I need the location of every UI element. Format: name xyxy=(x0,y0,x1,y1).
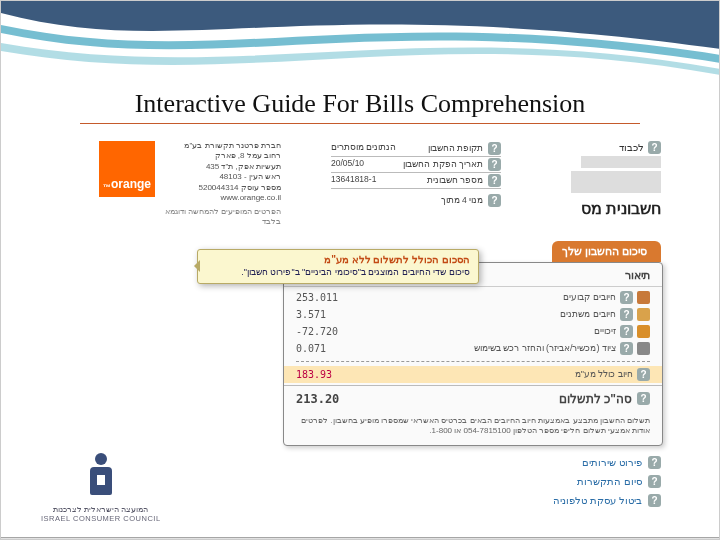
invoice-meta: תקופת החשבון הנתונים מוסתרים תאריך הפקת … xyxy=(331,141,501,208)
redacted-name xyxy=(581,156,661,168)
row-icon xyxy=(637,291,650,304)
row-icon xyxy=(637,342,650,355)
help-icon[interactable] xyxy=(488,174,501,187)
tooltip-title: הסכום הכולל לתשלום ללא מע"מ xyxy=(206,254,470,265)
total-amount: 213.20 xyxy=(296,392,339,406)
help-icon[interactable] xyxy=(637,392,650,405)
help-icon[interactable] xyxy=(648,494,661,507)
help-icon[interactable] xyxy=(620,342,633,355)
tab-account-summary[interactable]: סיכום החשבון שלך xyxy=(552,241,661,262)
consumer-council-logo: המועצה הישראלית לצרכנות ISRAEL CONSUMER … xyxy=(41,453,161,523)
row-icon xyxy=(637,325,650,338)
page-title: Interactive Guide For Bills Comprehensio… xyxy=(80,89,640,124)
tooltip-callout: הסכום הכולל לתשלום ללא מע"מ סיכום שדי הח… xyxy=(197,249,479,284)
help-icon[interactable] xyxy=(620,291,633,304)
company-tagline: הפרטים המופיעים להמחשה ודוגמא בלבד xyxy=(161,207,281,227)
row-amount: 183.93 xyxy=(296,369,366,380)
meta-value: 20/05/10 xyxy=(331,158,364,171)
row-amount: -72.720 xyxy=(296,326,366,337)
recipient-block: לכבוד חשבונית מס xyxy=(551,141,661,218)
table-row: זיכויים -72.720 xyxy=(284,323,662,340)
slide-footer-line xyxy=(1,537,719,539)
company-block: חברת פרטנר תקשורת בע"מ רחוב עמל 8, פארק … xyxy=(81,141,281,227)
meta-label: מנוי 4 מתוך xyxy=(441,195,483,206)
row-label: חיובים משתנים xyxy=(560,309,616,319)
table-row: חיובים משתנים 3.571 xyxy=(284,306,662,323)
footer-link[interactable]: פירוט שירותים xyxy=(582,457,642,468)
panel-footnote: תשלום החשבון מתבצע באמצעות חיוב החיובים … xyxy=(284,412,662,445)
meta-label: תאריך הפקת החשבון xyxy=(403,159,483,170)
footer-link[interactable]: ביטול עסקת טלפוניה xyxy=(553,495,642,506)
row-amount: 0.071 xyxy=(296,343,366,354)
row-label: חיובים קבועים xyxy=(563,292,616,302)
help-icon[interactable] xyxy=(648,456,661,469)
council-name-he: המועצה הישראלית לצרכנות xyxy=(41,505,161,514)
row-icon xyxy=(637,308,650,321)
table-row: חיובים קבועים 253.011 xyxy=(284,289,662,306)
table-row-subtotal: חיוב כולל מע"מ 183.93 xyxy=(284,366,662,383)
col-header-desc: תיאור xyxy=(625,269,650,282)
meta-value: 13641818-1 xyxy=(331,174,376,187)
row-amount: 253.011 xyxy=(296,292,366,303)
tooltip-body: סיכום שדי החיובים המוצגים ב"סיכומי הביני… xyxy=(206,267,470,277)
help-icon[interactable] xyxy=(637,368,650,381)
help-icon[interactable] xyxy=(488,158,501,171)
row-label: חיוב כולל מע"מ xyxy=(575,369,633,379)
meta-value: הנתונים מוסתרים xyxy=(331,142,396,155)
help-icon[interactable] xyxy=(620,308,633,321)
row-label: ציוד (מכשיר/אביזר) והחזר רכש בשימוש xyxy=(474,343,617,353)
slide-wave-decoration xyxy=(1,1,719,91)
council-name-en: ISRAEL CONSUMER COUNCIL xyxy=(41,514,161,523)
meta-label: תקופת החשבון xyxy=(428,143,483,154)
row-label: זיכויים xyxy=(594,326,616,336)
invoice-heading: חשבונית מס xyxy=(551,199,661,218)
orange-logo: orange™ xyxy=(99,141,155,197)
redacted-address xyxy=(571,171,661,193)
footer-link[interactable]: סיום התקשרות xyxy=(577,476,642,487)
help-icon[interactable] xyxy=(488,194,501,207)
total-label: סה"כ לתשלום xyxy=(559,392,632,406)
summary-panel: תיאור סכום חיובים קבועים 253.011 חיובים … xyxy=(283,262,663,446)
row-amount: 3.571 xyxy=(296,309,366,320)
total-row: סה"כ לתשלום 213.20 xyxy=(284,385,662,412)
help-icon[interactable] xyxy=(648,141,661,154)
help-icon[interactable] xyxy=(488,142,501,155)
meta-label: מספר חשבונית xyxy=(427,175,483,186)
help-icon[interactable] xyxy=(620,325,633,338)
footer-links: פירוט שירותים סיום התקשרות ביטול עסקת טל… xyxy=(81,456,661,507)
help-icon[interactable] xyxy=(648,475,661,488)
company-address: חברת פרטנר תקשורת בע"מ רחוב עמל 8, פארק … xyxy=(161,141,281,203)
greeting-label: לכבוד xyxy=(619,142,644,153)
table-row: ציוד (מכשיר/אביזר) והחזר רכש בשימוש 0.07… xyxy=(284,340,662,357)
bill-screenshot-region: לכבוד חשבונית מס תקופת החשבון הנתונים מו… xyxy=(81,141,661,501)
